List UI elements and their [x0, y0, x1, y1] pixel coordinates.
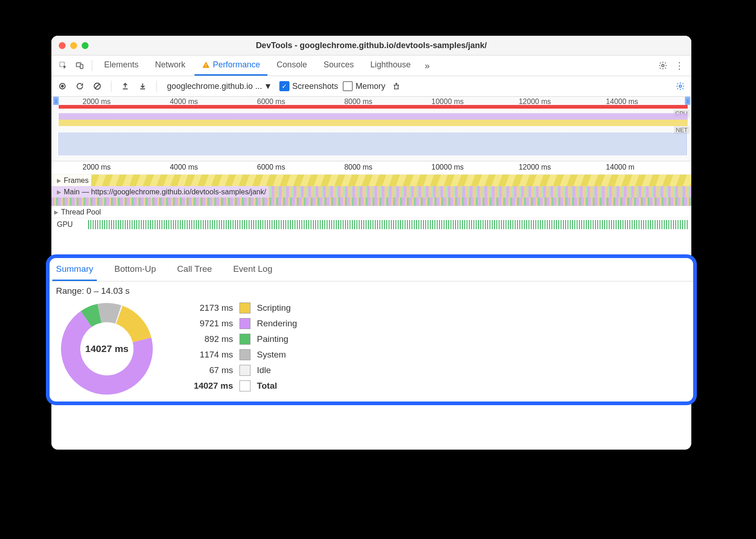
- tab-label: Network: [155, 60, 185, 70]
- settings-icon[interactable]: [656, 58, 670, 73]
- svg-point-9: [679, 85, 682, 88]
- tick-label: 12000 ms: [519, 98, 551, 105]
- expand-arrow-icon[interactable]: ▶: [54, 209, 58, 215]
- track-label: Main — https://googlechrome.github.io/de…: [64, 188, 266, 196]
- svg-rect-4: [206, 66, 206, 67]
- close-window-button[interactable]: [59, 42, 66, 49]
- titlebar: DevTools - googlechrome.github.io/devtoo…: [51, 36, 691, 55]
- tab-lighthouse[interactable]: Lighthouse: [363, 55, 418, 76]
- tick-label: 12000 ms: [519, 163, 551, 171]
- net-activity: [59, 132, 688, 155]
- gpu-track[interactable]: GPU: [51, 218, 691, 231]
- expand-arrow-icon[interactable]: ▶: [57, 177, 61, 184]
- main-track-bars[interactable]: [51, 198, 691, 206]
- track-label: GPU: [51, 220, 73, 229]
- more-tabs-icon[interactable]: »: [420, 58, 434, 73]
- window-title: DevTools - googlechrome.github.io/devtoo…: [51, 41, 691, 50]
- record-icon[interactable]: [56, 80, 69, 93]
- profile-selector[interactable]: googlechrome.github.io ...▼: [164, 82, 275, 91]
- checkbox-label: Screenshots: [292, 82, 338, 91]
- legend-row-idle: 67 msIdle: [183, 365, 297, 376]
- legend-label: Painting: [257, 334, 289, 344]
- threadpool-track[interactable]: ▶Thread Pool: [51, 206, 691, 218]
- upload-icon[interactable]: [119, 80, 132, 93]
- panel-tabs: Elements Network Performance Console Sou…: [51, 55, 691, 76]
- track-label: Thread Pool: [61, 208, 101, 216]
- clear-icon[interactable]: [91, 80, 104, 93]
- download-icon[interactable]: [136, 80, 149, 93]
- legend-value: 67 ms: [183, 365, 233, 375]
- zoom-window-button[interactable]: [82, 42, 89, 49]
- legend-label: Idle: [257, 365, 271, 375]
- tab-console[interactable]: Console: [269, 55, 314, 76]
- tab-bottom-up[interactable]: Bottom-Up: [111, 258, 160, 281]
- tab-event-log[interactable]: Event Log: [229, 258, 276, 281]
- legend-swatch: [239, 380, 250, 391]
- legend-value: 1174 ms: [183, 350, 233, 360]
- legend-row-system: 1174 msSystem: [183, 349, 297, 360]
- tab-network[interactable]: Network: [148, 55, 193, 76]
- overview-redline: [59, 105, 688, 109]
- tab-label: Performance: [213, 60, 260, 70]
- overview-pane[interactable]: || || 2000 ms 4000 ms 6000 ms 8000 ms 10…: [51, 97, 691, 161]
- legend-row-painting: 892 msPainting: [183, 334, 297, 345]
- performance-toolbar: googlechrome.github.io ...▼ ✓ Screenshot…: [51, 76, 691, 97]
- legend-value: 892 ms: [183, 334, 233, 344]
- tab-label: Elements: [104, 60, 139, 70]
- checkbox-icon: ✓: [279, 81, 289, 91]
- legend-swatch: [239, 302, 250, 314]
- flamechart-ruler: 2000 ms 4000 ms 6000 ms 8000 ms 10000 ms…: [51, 161, 691, 175]
- tab-elements[interactable]: Elements: [97, 55, 146, 76]
- inspect-element-icon[interactable]: [56, 58, 71, 73]
- tick-label: 10000 ms: [432, 98, 464, 105]
- window-controls: [59, 42, 89, 49]
- legend-swatch: [239, 334, 250, 345]
- minimize-window-button[interactable]: [70, 42, 77, 49]
- legend-swatch: [239, 318, 250, 329]
- divider: [156, 81, 157, 92]
- svg-rect-2: [80, 65, 83, 69]
- tab-performance[interactable]: Performance: [195, 55, 267, 76]
- screenshots-checkbox[interactable]: ✓ Screenshots: [279, 81, 338, 91]
- reload-icon[interactable]: [73, 80, 86, 93]
- main-track[interactable]: ▶Main — https://googlechrome.github.io/d…: [51, 186, 691, 198]
- svg-rect-3: [206, 64, 206, 66]
- tab-label: Console: [277, 60, 307, 70]
- tick-label: 14000 ms: [606, 98, 638, 105]
- capture-settings-icon[interactable]: [674, 80, 687, 93]
- device-mode-icon[interactable]: [72, 58, 87, 73]
- track-label: Frames: [64, 176, 89, 185]
- tab-label: Bottom-Up: [114, 264, 156, 274]
- summary-body: 14027 ms 2173 msScripting9721 msRenderin…: [50, 301, 693, 397]
- checkbox-label: Memory: [356, 82, 385, 91]
- svg-point-7: [61, 85, 64, 88]
- legend-label: System: [257, 350, 286, 360]
- legend-value: 9721 ms: [183, 319, 233, 329]
- donut-center-value: 14027 ms: [59, 301, 155, 397]
- tick-label: 2000 ms: [83, 98, 111, 105]
- legend-row-rendering: 9721 msRendering: [183, 318, 297, 329]
- tick-label: 8000 ms: [344, 98, 372, 105]
- memory-checkbox[interactable]: Memory: [343, 81, 385, 91]
- warning-icon: [202, 61, 210, 69]
- range-label: Range: 0 – 14.03 s: [50, 281, 693, 301]
- tab-call-tree[interactable]: Call Tree: [173, 258, 216, 281]
- garbage-collect-icon[interactable]: [390, 80, 403, 93]
- kebab-menu-icon[interactable]: ⋮: [672, 58, 687, 73]
- profile-selector-label: googlechrome.github.io ...: [167, 82, 262, 91]
- tab-summary[interactable]: Summary: [52, 258, 97, 281]
- legend-row-total: 14027 msTotal: [183, 380, 297, 391]
- legend-label: Rendering: [257, 319, 297, 329]
- legend-label: Total: [257, 381, 277, 391]
- details-pane-highlight: Summary Bottom-Up Call Tree Event Log Ra…: [46, 254, 697, 405]
- devtools-window: DevTools - googlechrome.github.io/devtoo…: [51, 36, 691, 450]
- legend-row-scripting: 2173 msScripting: [183, 302, 297, 314]
- expand-arrow-icon[interactable]: ▶: [57, 189, 61, 195]
- legend-value: 14027 ms: [183, 381, 233, 391]
- divider: [111, 81, 111, 92]
- details-tabs: Summary Bottom-Up Call Tree Event Log: [50, 258, 693, 281]
- tick-label: 6000 ms: [257, 98, 285, 105]
- tab-sources[interactable]: Sources: [316, 55, 361, 76]
- frames-track[interactable]: ▶Frames: [51, 175, 691, 186]
- tick-label: 6000 ms: [257, 163, 285, 171]
